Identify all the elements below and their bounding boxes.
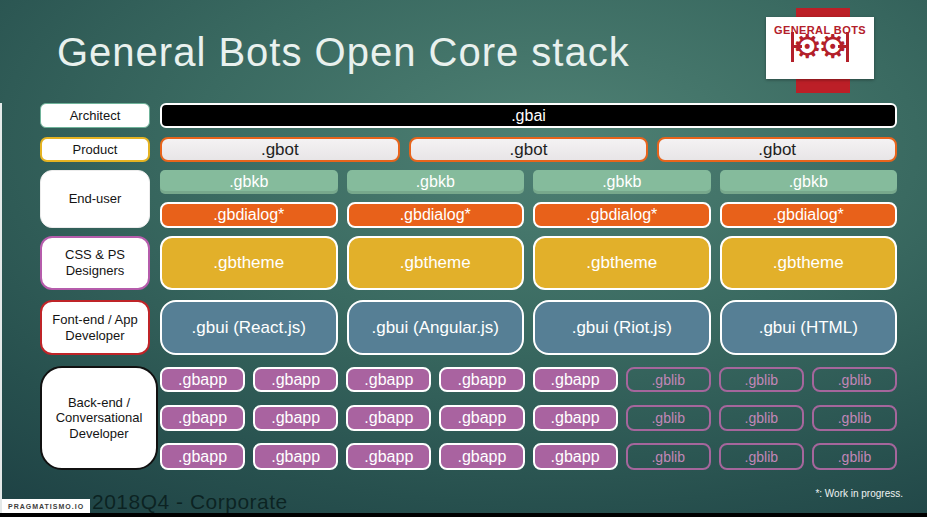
box-gblib: .gblib — [719, 405, 804, 431]
box-gbapp: .gbapp — [160, 405, 245, 431]
slide-edition-text: 2018Q4 - Corporate — [92, 490, 288, 514]
box-gbapp: .gbapp — [533, 367, 618, 392]
box-gblib: .gblib — [719, 367, 804, 392]
box-gbapp: .gbapp — [160, 367, 245, 392]
box-gbdialog: .gbdialog* — [347, 202, 525, 228]
box-gbdialog: .gbdialog* — [720, 202, 898, 228]
row-gbtheme: .gbtheme .gbtheme .gbtheme .gbtheme — [160, 236, 897, 290]
row-label-architect: Architect — [40, 103, 150, 128]
bottom-edge-bar — [0, 513, 927, 517]
row-gbai: .gbai — [160, 103, 897, 128]
left-edge-line — [0, 103, 2, 513]
box-gbai: .gbai — [160, 103, 897, 128]
row-gbapp-3: .gbapp .gbapp .gbapp .gbapp .gbapp .gbli… — [160, 443, 897, 470]
box-gblib: .gblib — [626, 367, 711, 392]
row-gbkb: .gbkb .gbkb .gbkb .gbkb — [160, 170, 897, 194]
box-gbapp: .gbapp — [439, 405, 524, 431]
box-gbkb: .gbkb — [720, 170, 898, 194]
box-gbot: .gbot — [160, 137, 400, 162]
row-gbdialog: .gbdialog* .gbdialog* .gbdialog* .gbdial… — [160, 202, 897, 228]
box-gbtheme: .gbtheme — [160, 236, 338, 290]
box-gbtheme: .gbtheme — [533, 236, 711, 290]
box-gbui-react: .gbui (React.js) — [160, 300, 338, 355]
box-gblib: .gblib — [812, 443, 897, 470]
box-gbkb: .gbkb — [160, 170, 338, 194]
row-gbapp-2: .gbapp .gbapp .gbapp .gbapp .gbapp .gbli… — [160, 405, 897, 431]
row-gbapp-1: .gbapp .gbapp .gbapp .gbapp .gbapp .gbli… — [160, 367, 897, 392]
row-label-backend-conversational-developer: Back-end / Conversational Developer — [40, 366, 158, 470]
box-gbui-angular: .gbui (Angular.js) — [347, 300, 525, 355]
box-gbui-html: .gbui (HTML) — [720, 300, 898, 355]
box-gbtheme: .gbtheme — [347, 236, 525, 290]
box-gbdialog: .gbdialog* — [160, 202, 338, 228]
row-gbot: .gbot .gbot .gbot — [160, 137, 897, 162]
box-gblib: .gblib — [626, 405, 711, 431]
box-gbapp: .gbapp — [253, 367, 338, 392]
box-gbkb: .gbkb — [347, 170, 525, 194]
page-title: General Bots Open Core stack — [57, 30, 630, 75]
gears-icon: ⚙ ⚙ — [791, 32, 848, 62]
box-gbtheme: .gbtheme — [720, 236, 898, 290]
row-gbui: .gbui (React.js) .gbui (Angular.js) .gbu… — [160, 300, 897, 355]
box-gbapp: .gbapp — [439, 443, 524, 470]
box-gbdialog: .gbdialog* — [533, 202, 711, 228]
box-gbapp: .gbapp — [253, 443, 338, 470]
box-gbapp: .gbapp — [160, 443, 245, 470]
box-gbkb: .gbkb — [533, 170, 711, 194]
gear-bar-right-icon — [846, 32, 849, 62]
box-gblib: .gblib — [812, 367, 897, 392]
gear-bar-left-icon — [791, 32, 794, 62]
box-gbapp: .gbapp — [533, 443, 618, 470]
box-gbapp: .gbapp — [439, 367, 524, 392]
general-bots-logo: GENERAL BOTS ⚙ ⚙ — [766, 17, 874, 79]
box-gblib: .gblib — [719, 443, 804, 470]
box-gblib: .gblib — [626, 443, 711, 470]
box-gbapp: .gbapp — [346, 443, 431, 470]
work-in-progress-footnote: *: Work in progress. — [815, 488, 903, 499]
row-label-product: Product — [40, 137, 150, 162]
box-gblib: .gblib — [812, 405, 897, 431]
row-label-end-user: End-user — [40, 170, 150, 228]
box-gbui-riot: .gbui (Riot.js) — [533, 300, 711, 355]
box-gbapp: .gbapp — [346, 405, 431, 431]
vendor-logo-badge: PRAGMATISMO.IO — [2, 499, 90, 514]
row-label-css-ps-designers: CSS & PS Designers — [40, 236, 150, 290]
box-gbapp: .gbapp — [533, 405, 618, 431]
slide-canvas: General Bots Open Core stack GENERAL BOT… — [0, 0, 927, 517]
box-gbapp: .gbapp — [253, 405, 338, 431]
box-gbot: .gbot — [409, 137, 649, 162]
box-gbot: .gbot — [657, 137, 897, 162]
box-gbapp: .gbapp — [346, 367, 431, 392]
row-label-frontend-app-developer: Font-end / App Developer — [40, 300, 150, 355]
